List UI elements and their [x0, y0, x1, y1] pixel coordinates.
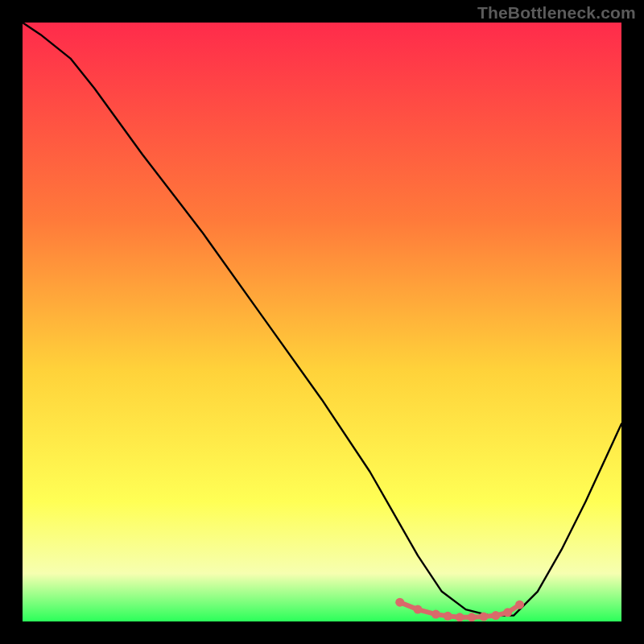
- optimal-marker: [479, 613, 488, 621]
- optimal-marker: [431, 610, 440, 619]
- optimal-marker: [503, 608, 512, 617]
- plot-area: [23, 23, 621, 621]
- watermark-text: TheBottleneck.com: [477, 3, 636, 23]
- optimal-marker: [414, 605, 423, 614]
- optimal-marker: [456, 613, 464, 621]
- optimal-marker: [395, 598, 404, 607]
- bottleneck-chart: [23, 23, 621, 621]
- optimal-marker: [444, 612, 452, 621]
- optimal-marker: [515, 601, 524, 609]
- chart-frame: TheBottleneck.com: [0, 0, 644, 644]
- optimal-marker: [491, 611, 500, 620]
- optimal-marker: [468, 613, 477, 621]
